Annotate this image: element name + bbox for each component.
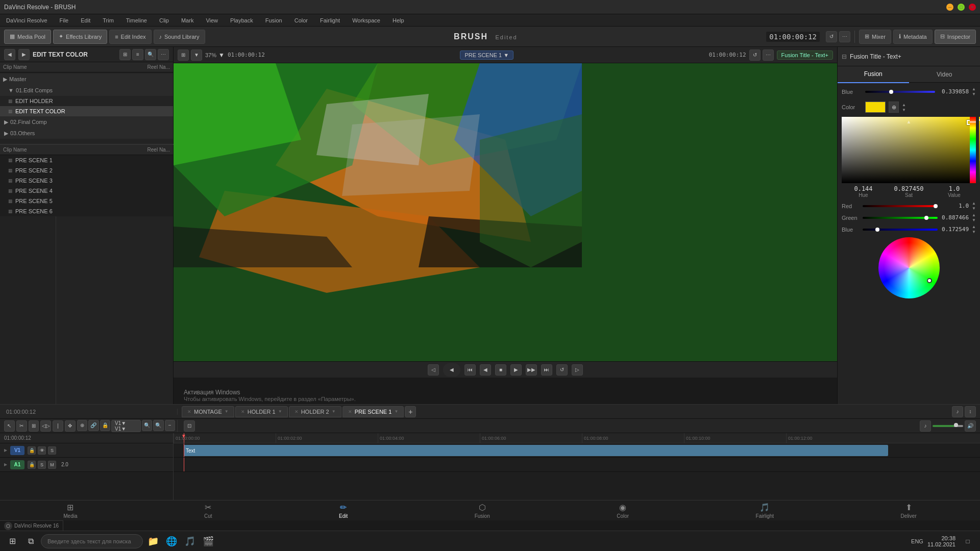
play-next-btn[interactable]: ⏭ [541,364,552,375]
taskbar-search[interactable] [41,534,143,548]
green-inc[interactable]: ▲ [972,213,976,217]
taskbar-appicon-2[interactable]: 🌐 [163,533,180,549]
tl-select-btn[interactable]: ↖ [4,420,15,432]
tab-holder2-dropdown[interactable]: ▼ [332,409,336,414]
hue-vertical-bar[interactable] [970,117,976,183]
a1-lock-btn[interactable]: 🔒 [28,461,36,469]
play-prev-btn[interactable]: ⏮ [464,364,476,375]
play-btn[interactable]: ▶ [510,364,522,375]
close-holder2-icon[interactable]: ✕ [295,409,299,414]
menu-fairlight[interactable]: Fairlight [318,16,342,24]
blue2-inc[interactable]: ▲ [972,224,976,229]
blue2-slider[interactable] [863,229,938,231]
fusion-tab[interactable]: Fusion [838,66,909,83]
edit-holder-item[interactable]: ▦ EDIT HOLDER [0,96,173,106]
close-prescene1-icon[interactable]: ✕ [348,409,352,414]
tl-snap-btn[interactable]: ⊕ [77,420,87,431]
a1-solo-btn[interactable]: M [48,461,56,469]
02-final-comp-header[interactable]: ▶02.Final Comp [0,116,173,128]
minimize-button[interactable]: ─ [946,4,953,11]
mark-in-btn[interactable]: ◁ [428,364,439,375]
01-edit-comps-header[interactable]: ▼01.Edit Comps [0,85,173,96]
a1-mute-btn[interactable]: S [38,461,46,469]
tl-trim-btn[interactable]: ◁▷ [40,420,51,432]
blue2-dec[interactable]: ▼ [972,230,976,234]
pre-scene-2[interactable]: ▦PRE SCENE 2 [0,165,173,176]
step-fwd-btn[interactable]: ▶▶ [526,364,537,375]
panel-next[interactable]: ▶ [18,49,30,60]
mark-out-btn[interactable]: ▷ [572,364,583,375]
preview-layout-btn[interactable]: ⊞ [178,49,189,61]
tl-razor-btn[interactable]: | [53,420,63,432]
pre-scene-4[interactable]: ▦PRE SCENE 4 [0,186,173,196]
tl-link-btn[interactable]: 🔗 [88,420,99,431]
v1-expand-icon[interactable]: ▶ [4,443,7,457]
tl-fit-btn[interactable]: ⊡ [184,420,195,432]
tl-zoom-in-btn[interactable]: 🔍 [142,420,152,431]
eyedropper-btn[interactable]: ⊕ [889,102,899,113]
close-button[interactable]: ✕ [969,4,976,11]
tl-blade-btn[interactable]: ✂ [16,420,27,432]
master-header[interactable]: ▶Master [0,73,173,85]
menu-help[interactable]: Help [390,16,406,24]
timeline-audio-btn[interactable]: ♪ [952,406,963,417]
volume-slider[interactable] [933,425,963,427]
loop-btn[interactable]: ↺ [556,364,568,375]
menu-color[interactable]: Color [292,16,310,24]
show-desktop-btn[interactable]: □ [960,533,976,549]
tab-montage-dropdown[interactable]: ▼ [225,409,229,414]
metadata-button[interactable]: ℹ Metadata [893,30,933,44]
nav-fairlight[interactable]: 🎵 Fairlight [746,502,785,520]
red-inc[interactable]: ▲ [972,201,976,206]
taskview-btn[interactable]: ⧉ [22,533,39,549]
text-clip[interactable]: Text [184,445,888,456]
start-btn[interactable]: ⊞ [4,533,20,549]
step-back-btn[interactable]: ◀ [480,364,491,375]
color-swatch[interactable] [865,102,886,113]
refresh-btn[interactable]: ↺ [749,49,761,61]
settings-btn[interactable]: ⋯ [839,31,850,42]
nav-media[interactable]: ⊞ Media [53,502,87,520]
menu-trim[interactable]: Trim [101,16,116,24]
menu-mark[interactable]: Mark [179,16,195,24]
tl-zoom-out-btn[interactable]: 🔍 [153,420,163,431]
pre-scene-3[interactable]: ▦PRE SCENE 3 [0,176,173,186]
tl-drag-btn[interactable]: ⊞ [29,420,39,432]
tl-speaker-btn[interactable]: 🔊 [965,420,976,432]
tl-minus-btn[interactable]: − [165,420,175,431]
pre-scene-6[interactable]: ▦PRE SCENE 6 [0,206,173,216]
v1-lock-btn[interactable]: 🔒 [28,446,36,455]
edit-index-button[interactable]: ≡ Edit Index [109,30,151,44]
blue-slider[interactable] [865,91,935,93]
blue-inc[interactable]: ▲ [972,87,976,91]
preview-opts-btn[interactable]: ▼ [191,49,202,61]
red-dec[interactable]: ▼ [972,206,976,211]
search-media-btn[interactable]: 🔍 [145,49,156,60]
red-slider[interactable] [863,205,938,207]
v1-solo-btn[interactable]: S [48,446,56,455]
nav-color[interactable]: ◉ Color [606,502,639,520]
prev-frame-btn[interactable]: ◀ [446,364,457,375]
03-others-header[interactable]: ▶03.Others [0,128,173,139]
tab-prescene1-dropdown[interactable]: ▼ [394,409,398,414]
playhead[interactable] [184,433,184,443]
menu-fusion[interactable]: Fusion [263,16,284,24]
menu-clip[interactable]: Clip [157,16,171,24]
color-gradient-square[interactable]: ▲ [842,117,976,183]
close-holder1-icon[interactable]: ✕ [241,409,245,414]
taskbar-appicon-4[interactable]: 🎬 [200,533,216,549]
menu-file[interactable]: File [58,16,71,24]
tl-lock-btn[interactable]: 🔒 [100,420,110,431]
taskbar-appicon-3[interactable]: 🎵 [182,533,198,549]
tl-vol-btn[interactable]: ♪ [920,420,931,432]
effects-library-button[interactable]: ✦ Effects Library [53,30,107,44]
green-dec[interactable]: ▼ [972,218,976,222]
more-options-btn[interactable]: ⋯ [158,49,169,60]
menu-playback[interactable]: Playback [228,16,255,24]
nav-edit[interactable]: ✏ Edit [329,502,358,520]
close-montage-icon[interactable]: ✕ [187,409,191,414]
tl-hand-btn[interactable]: ✥ [65,420,76,432]
pre-scene-1[interactable]: ▦PRE SCENE 1 [0,155,173,165]
a1-expand-icon[interactable]: ▶ [4,458,7,471]
green-slider[interactable] [863,217,938,219]
